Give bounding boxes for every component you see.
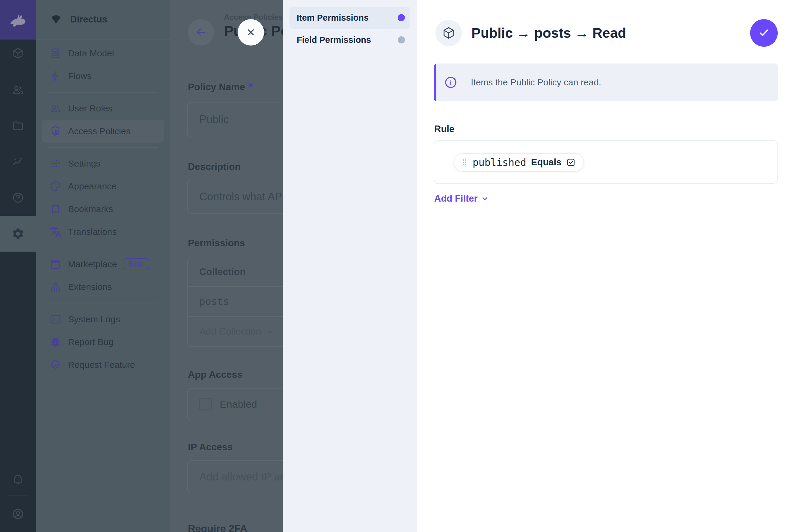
add-collection-button[interactable]: Add Collection bbox=[188, 317, 283, 346]
box-icon bbox=[442, 26, 456, 40]
rule-filter-box[interactable]: published Equals bbox=[434, 140, 778, 184]
bug-icon bbox=[50, 336, 61, 348]
policy-name-label: Policy Name★ bbox=[188, 81, 253, 93]
sidebar-item-label: Data Model bbox=[68, 48, 114, 58]
table-row-posts[interactable]: posts bbox=[188, 287, 283, 317]
sidebar-item-label: System Logs bbox=[68, 314, 120, 324]
account-icon bbox=[12, 508, 24, 520]
arrow-left-icon bbox=[195, 26, 207, 38]
account-button[interactable] bbox=[0, 496, 36, 532]
tab-label: Item Permissions bbox=[297, 13, 369, 23]
directus-logo-button[interactable] bbox=[0, 0, 36, 40]
sidebar-item-label: Appearance bbox=[68, 181, 116, 191]
module-settings-button[interactable] bbox=[0, 216, 36, 252]
sidebar-item-appearance[interactable]: Appearance bbox=[36, 175, 170, 198]
info-icon bbox=[444, 75, 458, 89]
sidebar-item-label: Flows bbox=[68, 71, 91, 81]
sidebar-item-label: Settings bbox=[68, 158, 100, 169]
gear-icon bbox=[12, 227, 24, 240]
chevron-down-icon bbox=[481, 194, 489, 203]
notifications-button[interactable] bbox=[0, 461, 36, 497]
info-notice: Items the Public Policy can read. bbox=[434, 63, 778, 101]
folder-icon bbox=[12, 119, 24, 132]
enabled-checkbox-label: Enabled bbox=[220, 398, 257, 410]
project-bar[interactable]: Directus bbox=[36, 0, 170, 40]
module-content-button[interactable] bbox=[0, 35, 36, 71]
sidebar-item-system-logs[interactable]: System Logs bbox=[36, 308, 170, 331]
sidebar-item-user-roles[interactable]: User Roles bbox=[36, 97, 170, 120]
notice-text: Items the Public Policy can read. bbox=[471, 77, 601, 88]
sidebar-item-access-policies[interactable]: Access Policies bbox=[42, 120, 164, 142]
rule-label: Rule bbox=[434, 124, 454, 134]
sidebar-item-marketplace[interactable]: Marketplace Beta bbox=[36, 253, 170, 276]
enabled-checkbox[interactable] bbox=[199, 398, 212, 411]
sidebar-item-translations[interactable]: Translations bbox=[36, 221, 170, 243]
policy-name-input[interactable]: Public bbox=[187, 102, 283, 137]
module-files-button[interactable] bbox=[0, 108, 36, 144]
shapes-icon bbox=[50, 281, 61, 293]
project-icon bbox=[49, 13, 63, 26]
box-icon bbox=[12, 47, 24, 60]
database-icon bbox=[50, 47, 61, 59]
sidebar-divider bbox=[48, 92, 158, 93]
sidebar-item-flows[interactable]: Flows bbox=[36, 65, 170, 88]
translate-icon bbox=[50, 226, 61, 238]
permissions-drawer: Public → posts → Read Items the Public P… bbox=[417, 0, 796, 532]
help-icon bbox=[12, 191, 24, 204]
access-policy-page: Access Policies Public Po Policy Name★ P… bbox=[170, 0, 283, 532]
module-users-button[interactable] bbox=[0, 72, 36, 108]
module-help-button[interactable] bbox=[0, 180, 36, 216]
group-icon bbox=[50, 102, 61, 114]
storefront-icon bbox=[50, 258, 61, 270]
sidebar-item-extensions[interactable]: Extensions bbox=[36, 276, 170, 298]
ip-access-label: IP Access bbox=[188, 441, 233, 453]
filter-value-checkbox[interactable] bbox=[566, 157, 576, 167]
beta-badge: Beta bbox=[123, 258, 149, 270]
close-icon bbox=[245, 26, 257, 38]
sidebar-item-report-bug[interactable]: Report Bug bbox=[36, 331, 170, 354]
tab-item-permissions[interactable]: Item Permissions bbox=[290, 6, 410, 29]
insights-icon bbox=[12, 155, 24, 168]
sidebar-divider bbox=[48, 248, 158, 248]
filter-chip[interactable]: published Equals bbox=[453, 153, 584, 172]
sidebar-item-settings[interactable]: Settings bbox=[36, 152, 170, 175]
directus-app: Directus Data Model Flows User Roles Acc… bbox=[0, 0, 796, 532]
sidebar-nav: Data Model Flows User Roles Access Polic… bbox=[36, 40, 170, 376]
users-icon bbox=[12, 83, 24, 96]
filter-operator[interactable]: Equals bbox=[531, 157, 562, 168]
module-bar bbox=[0, 0, 36, 532]
filter-field[interactable]: published bbox=[473, 157, 526, 168]
permissions-column-header: Collection bbox=[188, 257, 283, 287]
chevron-down-icon bbox=[266, 327, 275, 336]
sidebar-divider bbox=[48, 147, 158, 148]
sidebar-item-bookmarks[interactable]: Bookmarks bbox=[36, 198, 170, 221]
required-marker: ★ bbox=[247, 81, 253, 89]
drawer-title: Public → posts → Read bbox=[471, 25, 626, 41]
sidebar-item-label: Translations bbox=[68, 227, 116, 237]
tab-label: Field Permissions bbox=[297, 35, 371, 45]
drag-handle-icon[interactable] bbox=[462, 159, 467, 166]
sidebar-item-label: Extensions bbox=[68, 282, 112, 292]
close-drawer-button[interactable] bbox=[238, 19, 264, 45]
description-input[interactable]: Controls what API d bbox=[187, 180, 283, 213]
sidebar-item-label: Bookmarks bbox=[68, 204, 113, 214]
require-2fa-label: Require 2FA bbox=[188, 523, 247, 532]
sidebar-item-request-feature[interactable]: Request Feature bbox=[36, 354, 170, 376]
rabbit-logo-icon bbox=[8, 10, 28, 30]
app-access-field: Enabled bbox=[187, 388, 283, 420]
sidebar-item-data-model[interactable]: Data Model bbox=[36, 42, 170, 65]
back-button[interactable] bbox=[188, 19, 214, 45]
save-button[interactable] bbox=[750, 19, 778, 47]
bolt-icon bbox=[50, 70, 61, 82]
permissions-table: Collection posts Add Collection bbox=[187, 257, 283, 346]
bookmark-icon bbox=[50, 203, 61, 215]
module-insights-button[interactable] bbox=[0, 144, 36, 180]
tab-field-permissions[interactable]: Field Permissions bbox=[290, 29, 410, 51]
inactive-permission-dot bbox=[398, 36, 405, 43]
description-label: Description bbox=[188, 161, 241, 172]
add-filter-button[interactable]: Add Filter bbox=[434, 193, 489, 204]
active-permission-dot bbox=[398, 14, 405, 21]
tune-icon bbox=[50, 157, 61, 170]
ip-access-input[interactable]: Add allowed IP addr bbox=[187, 460, 283, 493]
app-access-label: App Access bbox=[188, 369, 242, 380]
